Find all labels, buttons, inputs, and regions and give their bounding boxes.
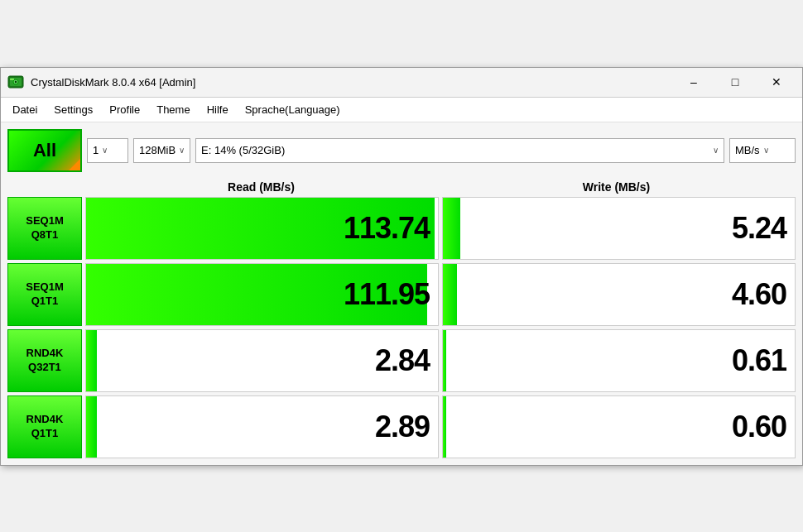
drive-dropdown-arrow: ∨ — [713, 146, 719, 155]
maximize-button[interactable]: □ — [716, 69, 754, 95]
drive-select[interactable]: E: 14% (5/32GiB) ∨ — [195, 138, 724, 163]
minimize-button[interactable]: – — [675, 69, 713, 95]
runs-dropdown-arrow: ∨ — [102, 146, 108, 155]
row-label-1: SEQ1MQ1T1 — [7, 263, 82, 326]
units-select[interactable]: MB/s ∨ — [729, 138, 796, 163]
write-header: Write (MB/s) — [439, 179, 794, 195]
menu-item-theme[interactable]: Theme — [148, 98, 198, 122]
read-cell-0: 113.74 — [85, 197, 439, 260]
menu-item-hilfe[interactable]: Hilfe — [199, 98, 237, 122]
row-label-2: RND4KQ32T1 — [7, 329, 82, 392]
units-dropdown-arrow: ∨ — [763, 146, 769, 155]
window-controls: – □ ✕ — [675, 69, 796, 95]
window-title: CrystalDiskMark 8.0.4 x64 [Admin] — [31, 76, 675, 89]
app-icon — [7, 74, 24, 90]
size-dropdown-arrow: ∨ — [179, 146, 185, 155]
data-table: SEQ1MQ8T1 113.74 5.24 SEQ1MQ1T1 111.95 4… — [7, 197, 796, 458]
menu-bar: Datei Settings Profile Theme Hilfe Sprac… — [1, 98, 802, 122]
read-header: Read (MB/s) — [84, 179, 439, 195]
write-cell-3: 0.60 — [442, 395, 796, 458]
row-label-3: RND4KQ1T1 — [7, 395, 82, 458]
main-content: All 1 ∨ 128MiB ∨ E: 14% (5/32GiB) ∨ MB/s… — [1, 122, 802, 465]
svg-point-3 — [15, 81, 17, 83]
all-button[interactable]: All — [7, 129, 82, 172]
menu-item-settings[interactable]: Settings — [46, 98, 101, 122]
read-cell-2: 2.84 — [85, 329, 439, 392]
read-cell-3: 2.89 — [85, 395, 439, 458]
runs-select[interactable]: 1 ∨ — [87, 138, 128, 163]
menu-item-datei[interactable]: Datei — [4, 98, 46, 122]
table-row: RND4KQ32T1 2.84 0.61 — [7, 329, 796, 392]
app-window: CrystalDiskMark 8.0.4 x64 [Admin] – □ ✕ … — [0, 67, 803, 466]
size-select[interactable]: 128MiB ∨ — [133, 138, 190, 163]
write-cell-1: 4.60 — [442, 263, 796, 326]
table-row: SEQ1MQ1T1 111.95 4.60 — [7, 263, 796, 326]
menu-item-profile[interactable]: Profile — [101, 98, 148, 122]
table-row: RND4KQ1T1 2.89 0.60 — [7, 395, 796, 458]
title-bar: CrystalDiskMark 8.0.4 x64 [Admin] – □ ✕ — [1, 68, 802, 98]
column-headers: Read (MB/s) Write (MB/s) — [7, 179, 796, 195]
menu-item-language[interactable]: Sprache(Language) — [237, 98, 349, 122]
write-cell-0: 5.24 — [442, 197, 796, 260]
close-button[interactable]: ✕ — [757, 69, 796, 95]
svg-rect-4 — [10, 79, 14, 80]
toolbar: All 1 ∨ 128MiB ∨ E: 14% (5/32GiB) ∨ MB/s… — [7, 129, 796, 172]
table-row: SEQ1MQ8T1 113.74 5.24 — [7, 197, 796, 260]
read-cell-1: 111.95 — [85, 263, 439, 326]
write-cell-2: 0.61 — [442, 329, 796, 392]
row-label-0: SEQ1MQ8T1 — [7, 197, 82, 260]
